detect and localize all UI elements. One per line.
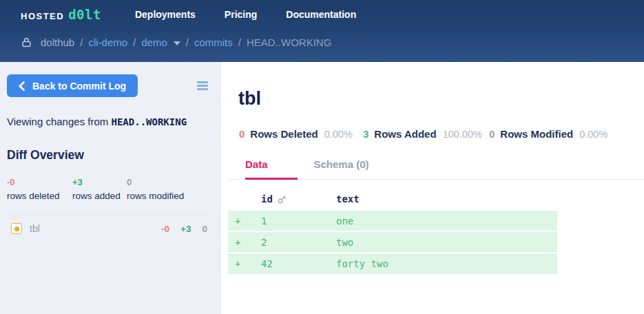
breadcrumb-database[interactable]: demo — [141, 36, 167, 48]
chevron-left-icon — [19, 81, 25, 91]
breadcrumb-separator: / — [238, 36, 241, 48]
breadcrumb-separator: / — [133, 36, 136, 48]
breadcrumb-owner[interactable]: dolthub — [41, 36, 74, 48]
stat-rows-added: 3 Rows Added 100.00% — [363, 128, 489, 140]
table-row-added: + 42 forty two — [228, 253, 557, 273]
cell-text: two — [336, 237, 557, 248]
cell-id: 2 — [261, 237, 336, 248]
menu-icon[interactable] — [195, 79, 210, 92]
sidebar-table-name: tbl — [30, 223, 40, 234]
rows-added-percent: 100.00% — [443, 129, 482, 140]
table-diff-stats: 0 Rows Deleted 0.00% 3 Rows Added 100.00… — [239, 128, 644, 140]
rows-modified-label: Rows Modified — [500, 128, 573, 140]
diff-main-panel: tbl 0 Rows Deleted 0.00% 3 Rows Added 10… — [220, 62, 644, 314]
diff-tabs: Data Schema (0) — [228, 158, 644, 180]
stat-rows-modified: 0 Rows Modified 0.00% — [489, 128, 607, 140]
table-deleted-count: -0 — [161, 224, 169, 234]
rows-added-value: 3 — [363, 128, 368, 140]
tab-data[interactable]: Data — [245, 158, 298, 180]
table-added-count: +3 — [180, 224, 191, 234]
diff-plus-cell: + — [228, 216, 261, 227]
cell-text: forty two — [336, 258, 557, 269]
table-row-added: + 1 one — [228, 211, 557, 231]
lock-icon — [21, 36, 32, 48]
rows-modified-percent: 0.00% — [579, 129, 607, 140]
logo-dolt-text: d0lt — [68, 7, 101, 22]
breadcrumb-deployment[interactable]: cli-demo — [88, 36, 127, 48]
back-button-label: Back to Commit Log — [32, 81, 126, 92]
nav-links: Deployments Pricing Documentation — [121, 5, 371, 24]
rows-modified-value: 0 — [127, 177, 184, 187]
diff-overview-title: Diff Overview — [7, 148, 213, 163]
rows-deleted-percent: 0.00% — [324, 129, 353, 140]
rows-added-label: rows added — [72, 191, 127, 201]
back-to-commit-log-button[interactable]: Back to Commit Log — [7, 74, 138, 97]
breadcrumb-separator: / — [186, 36, 189, 48]
breadcrumb-commits[interactable]: commits — [194, 36, 233, 48]
nav-deployments[interactable]: Deployments — [121, 5, 210, 24]
stat-rows-added: +3 rows added — [72, 177, 127, 201]
rows-added-value: +3 — [72, 177, 127, 187]
breadcrumb-commit-range: HEAD..WORKING — [247, 36, 331, 48]
tab-schema[interactable]: Schema (0) — [314, 158, 369, 179]
rows-modified-value: 0 — [489, 128, 495, 140]
stat-rows-deleted: 0 Rows Deleted 0.00% — [239, 128, 363, 140]
viewing-prefix: Viewing changes from — [7, 116, 108, 127]
stat-rows-deleted: -0 rows deleted — [7, 177, 72, 201]
breadcrumb-separator: / — [80, 36, 83, 48]
rows-deleted-value: -0 — [7, 177, 72, 187]
rows-modified-label: rows modified — [127, 191, 184, 201]
database-dropdown-caret-icon[interactable] — [174, 41, 180, 45]
logo-hosted-text: HOSTED — [21, 11, 64, 21]
hosted-dolt-logo[interactable]: HOSTED d0lt — [21, 7, 101, 22]
stat-rows-modified: 0 rows modified — [127, 177, 184, 201]
nav-pricing[interactable]: Pricing — [210, 5, 271, 24]
cell-id: 1 — [261, 216, 336, 227]
diff-plus-cell: + — [228, 237, 261, 248]
rows-deleted-label: rows deleted — [7, 191, 72, 201]
primary-key-icon — [278, 195, 287, 204]
viewing-changes-text: Viewing changes from HEAD..WORKING — [7, 116, 213, 127]
nav-documentation[interactable]: Documentation — [271, 5, 371, 24]
diff-overview-stats: -0 rows deleted +3 rows added 0 rows mod… — [7, 177, 213, 201]
diff-plus-cell: + — [228, 258, 261, 269]
table-modified-icon — [11, 223, 22, 234]
site-header: HOSTED d0lt Deployments Pricing Document… — [0, 0, 644, 62]
cell-id: 42 — [261, 258, 336, 269]
breadcrumb: dolthub / cli-demo / demo / commits / HE… — [21, 36, 644, 48]
diff-data-table: id text + 1 one — [228, 190, 557, 274]
rows-deleted-label: Rows Deleted — [250, 128, 318, 140]
column-header-text: text — [336, 193, 557, 205]
cell-text: one — [336, 216, 557, 227]
diff-type-column-header — [228, 193, 261, 205]
sidebar-table-item-tbl[interactable]: tbl -0 +3 0 — [0, 216, 220, 241]
app-window: HOSTED d0lt Deployments Pricing Document… — [0, 0, 644, 314]
column-name-id: id — [261, 193, 273, 205]
top-nav: HOSTED d0lt Deployments Pricing Document… — [21, 0, 644, 25]
rows-deleted-value: 0 — [239, 128, 245, 140]
viewing-ref: HEAD..WORKING — [111, 116, 187, 127]
page-body: Back to Commit Log Viewing changes from … — [0, 62, 644, 314]
diff-sidebar: Back to Commit Log Viewing changes from … — [0, 62, 220, 314]
table-modified-count: 0 — [202, 224, 207, 234]
table-header-row: id text — [228, 190, 557, 211]
rows-added-label: Rows Added — [374, 128, 436, 140]
table-title: tbl — [238, 88, 644, 109]
table-row-added: + 2 two — [228, 232, 557, 252]
column-header-id: id — [261, 193, 336, 205]
